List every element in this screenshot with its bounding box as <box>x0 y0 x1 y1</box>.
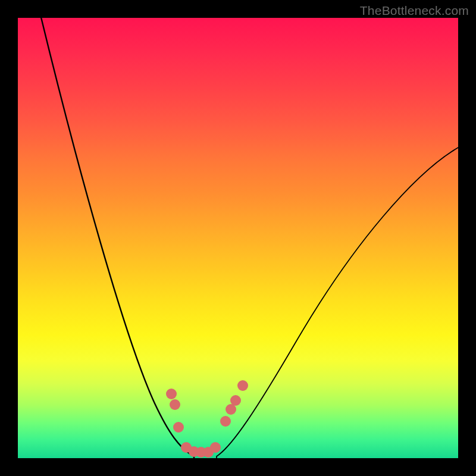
data-marker <box>237 380 248 391</box>
marker-layer <box>18 18 458 458</box>
plot-area <box>18 18 458 458</box>
data-marker <box>166 389 177 399</box>
chart-frame: TheBottleneck.com <box>0 0 476 476</box>
data-marker <box>230 395 241 406</box>
watermark-text: TheBottleneck.com <box>360 4 469 18</box>
data-marker <box>173 422 184 433</box>
data-marker <box>170 399 180 410</box>
data-marker <box>210 442 221 453</box>
data-marker <box>220 416 231 427</box>
marker-group <box>166 380 248 458</box>
